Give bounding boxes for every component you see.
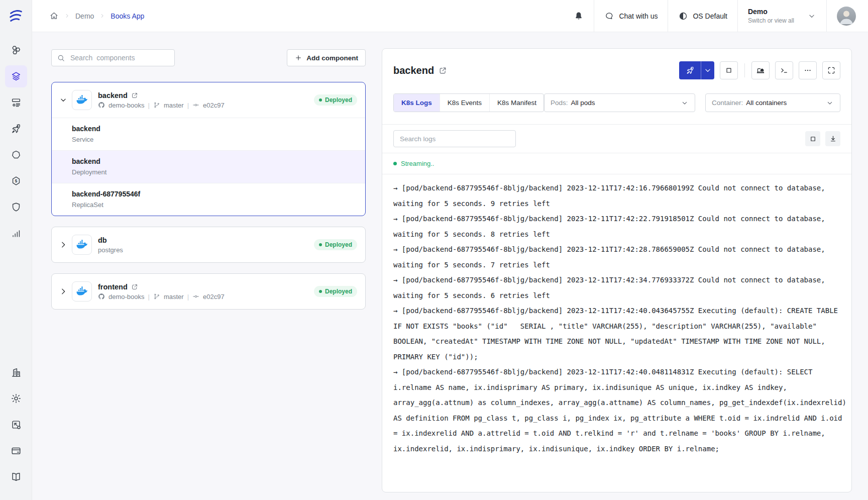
component-subtitle: postgres — [98, 246, 123, 254]
nav-app-stack[interactable] — [5, 65, 27, 87]
terminal-icon — [780, 66, 789, 75]
more-actions-button[interactable] — [799, 61, 817, 79]
terminal-button[interactable] — [775, 61, 793, 79]
user-avatar[interactable] — [837, 7, 856, 26]
component-card-db: db postgres Deployed — [51, 227, 366, 263]
fullscreen-button[interactable] — [822, 61, 840, 79]
chevron-down-icon — [59, 95, 68, 105]
nav-apps-hexagons[interactable] — [5, 39, 27, 61]
log-line: → [pod/backend-687795546f-8bljg/backend]… — [393, 364, 847, 456]
nav-resource-list[interactable] — [5, 91, 27, 114]
nav-docs[interactable] — [5, 466, 27, 488]
theme-toggle[interactable]: OS Default — [678, 11, 727, 21]
nav-organization[interactable] — [5, 361, 27, 383]
github-icon — [98, 293, 105, 300]
resource-row-service[interactable]: backend Service — [52, 118, 365, 150]
avatar-photo — [837, 7, 856, 26]
laptop-cloud-icon — [756, 66, 765, 75]
nav-deploy[interactable] — [5, 118, 27, 140]
deploy-split-button[interactable] — [679, 61, 714, 79]
breadcrumb-item-books-app[interactable]: Books App — [111, 12, 144, 20]
external-link-icon[interactable] — [131, 92, 138, 99]
topbar: Demo Books App Chat with us OS Default D… — [32, 0, 868, 32]
breadcrumb: Demo Books App — [49, 11, 144, 21]
status-badge: Deployed — [314, 239, 357, 250]
plus-icon — [294, 54, 302, 62]
docker-icon — [75, 93, 89, 107]
components-search-input[interactable] — [69, 53, 169, 62]
status-dot — [319, 98, 322, 102]
bar-chart-icon — [11, 228, 22, 239]
pods-dropdown[interactable]: Pods: All pods — [544, 93, 695, 112]
git-branch-icon — [153, 102, 160, 109]
chevron-down-icon — [681, 99, 689, 107]
add-component-button[interactable]: Add component — [287, 49, 366, 66]
detail-panel: backend K8s Logs K8s Events K8s Manifest… — [382, 48, 852, 492]
log-wrap-button[interactable] — [805, 131, 820, 146]
log-search — [393, 130, 516, 147]
external-link-icon[interactable] — [131, 283, 138, 290]
square-icon — [724, 66, 733, 75]
docker-logo-box — [72, 281, 92, 302]
chat-button[interactable]: Chat with us — [604, 11, 658, 21]
chevron-right-icon — [59, 240, 68, 249]
nav-security[interactable] — [5, 196, 27, 218]
resource-row-deployment[interactable]: backend Deployment — [52, 150, 365, 183]
deploy-button[interactable] — [679, 61, 701, 79]
nav-billing[interactable] — [5, 440, 27, 462]
component-card-header[interactable]: frontend demo-books | master | e02c97 De… — [52, 274, 365, 309]
chevron-down-icon — [826, 99, 834, 107]
component-name: backend — [98, 91, 128, 99]
docker-icon — [75, 285, 89, 298]
docker-logo-box — [72, 90, 92, 110]
status-badge: Deployed — [314, 94, 357, 106]
deploy-options-button[interactable] — [701, 61, 714, 79]
environment-subtitle: Switch or view all — [748, 17, 794, 24]
nav-monitoring[interactable] — [5, 222, 27, 244]
component-name: db — [98, 236, 107, 244]
sidebar-rail — [0, 0, 32, 500]
notifications-button[interactable] — [574, 11, 584, 21]
app-logo[interactable] — [8, 0, 25, 32]
components-search — [51, 49, 175, 66]
log-download-button[interactable] — [825, 131, 840, 146]
resource-row-replicaset[interactable]: backend-687795546f ReplicaSet — [52, 183, 365, 216]
topbar-divider — [826, 0, 827, 32]
credit-card-icon — [11, 445, 22, 456]
tab-k8s-events[interactable]: K8s Events — [440, 94, 490, 112]
tab-k8s-manifest[interactable]: K8s Manifest — [490, 94, 544, 112]
chevron-down-icon — [807, 12, 816, 21]
breadcrumb-item-demo[interactable]: Demo — [75, 12, 94, 20]
external-link-icon[interactable] — [439, 66, 447, 75]
docker-logo-box — [72, 235, 92, 255]
theme-label: OS Default — [693, 12, 727, 20]
docker-icon — [75, 238, 89, 252]
ellipsis-icon — [803, 66, 812, 75]
log-viewer[interactable]: → [pod/backend-687795546f-8bljg/backend]… — [382, 174, 851, 492]
container-dropdown[interactable]: Container: All containers — [705, 93, 840, 112]
nav-cost[interactable] — [5, 170, 27, 192]
pods-label: Pods: — [551, 99, 568, 107]
commit-hash: e02c97 — [203, 102, 225, 109]
app-stack-icon — [11, 71, 22, 82]
home-icon[interactable] — [49, 11, 59, 21]
environment-switcher[interactable]: Demo Switch or view all — [748, 8, 816, 24]
component-card-header[interactable]: backend demo-books | master | e02c97 Dep… — [52, 82, 365, 118]
status-dot — [319, 243, 322, 246]
nav-external-links[interactable] — [5, 414, 27, 436]
git-branch-icon — [153, 293, 160, 300]
nav-settings[interactable] — [5, 387, 27, 410]
nav-cluster[interactable] — [5, 144, 27, 166]
chat-label: Chat with us — [619, 12, 658, 20]
component-card-backend: backend demo-books | master | e02c97 Dep… — [51, 82, 366, 216]
log-line: → [pod/backend-687795546f-8bljg/backend]… — [393, 303, 847, 364]
component-card-header[interactable]: db postgres Deployed — [52, 227, 365, 262]
tab-k8s-logs[interactable]: K8s Logs — [394, 94, 440, 112]
remote-dev-button[interactable] — [751, 61, 770, 79]
stop-button[interactable] — [720, 61, 738, 79]
log-line: → [pod/backend-687795546f-8bljg/backend]… — [393, 242, 847, 272]
add-component-label: Add component — [306, 54, 358, 62]
environment-name: Demo — [748, 8, 794, 16]
repo-name: demo-books — [108, 293, 145, 301]
log-search-input[interactable] — [399, 135, 510, 143]
